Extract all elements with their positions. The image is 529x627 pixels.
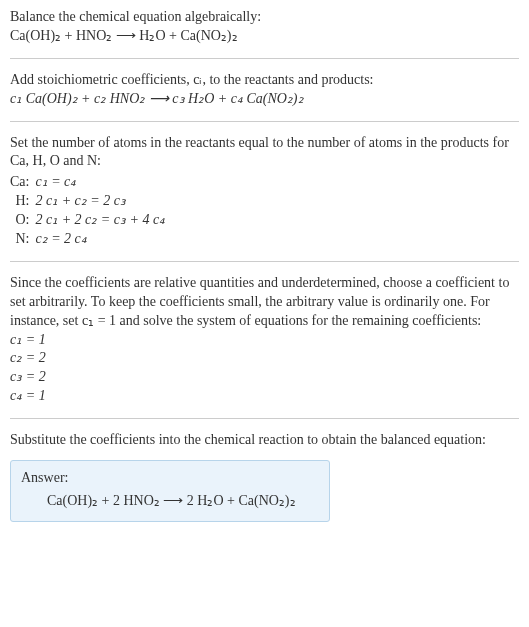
element-label: H: (10, 192, 35, 211)
divider (10, 261, 519, 262)
reaction-with-coeffs: c₁ Ca(OH)₂ + c₂ HNO₂ ⟶ c₃ H₂O + c₄ Ca(NO… (10, 90, 519, 109)
table-row: N: c₂ = 2 c₄ (10, 230, 171, 249)
solution-item: c₄ = 1 (10, 387, 519, 406)
balance-equation: 2 c₁ + c₂ = 2 c₃ (35, 192, 171, 211)
step-substitute-text: Substitute the coefficients into the che… (10, 431, 519, 450)
step-atom-balance-text: Set the number of atoms in the reactants… (10, 134, 519, 172)
balanced-equation: Ca(OH)₂ + 2 HNO₂ ⟶ 2 H₂O + Ca(NO₂)₂ (21, 492, 319, 511)
step-add-coeffs-text: Add stoichiometric coefficients, cᵢ, to … (10, 71, 519, 90)
element-label: O: (10, 211, 35, 230)
solution-item: c₂ = 2 (10, 349, 519, 368)
element-label: Ca: (10, 173, 35, 192)
element-label: N: (10, 230, 35, 249)
divider (10, 121, 519, 122)
solution-item: c₁ = 1 (10, 331, 519, 350)
table-row: Ca: c₁ = c₄ (10, 173, 171, 192)
divider (10, 418, 519, 419)
answer-box: Answer: Ca(OH)₂ + 2 HNO₂ ⟶ 2 H₂O + Ca(NO… (10, 460, 330, 522)
balance-equation: c₂ = 2 c₄ (35, 230, 171, 249)
unbalanced-reaction: Ca(OH)₂ + HNO₂ ⟶ H₂O + Ca(NO₂)₂ (10, 27, 519, 46)
atom-balance-table: Ca: c₁ = c₄ H: 2 c₁ + c₂ = 2 c₃ O: 2 c₁ … (10, 173, 171, 249)
table-row: O: 2 c₁ + 2 c₂ = c₃ + 4 c₄ (10, 211, 171, 230)
prompt-line: Balance the chemical equation algebraica… (10, 8, 519, 27)
solution-list: c₁ = 1 c₂ = 2 c₃ = 2 c₄ = 1 (10, 331, 519, 407)
table-row: H: 2 c₁ + c₂ = 2 c₃ (10, 192, 171, 211)
divider (10, 58, 519, 59)
answer-label: Answer: (21, 469, 319, 488)
balance-equation: c₁ = c₄ (35, 173, 171, 192)
balance-equation: 2 c₁ + 2 c₂ = c₃ + 4 c₄ (35, 211, 171, 230)
solution-item: c₃ = 2 (10, 368, 519, 387)
step-solve-text: Since the coefficients are relative quan… (10, 274, 519, 331)
